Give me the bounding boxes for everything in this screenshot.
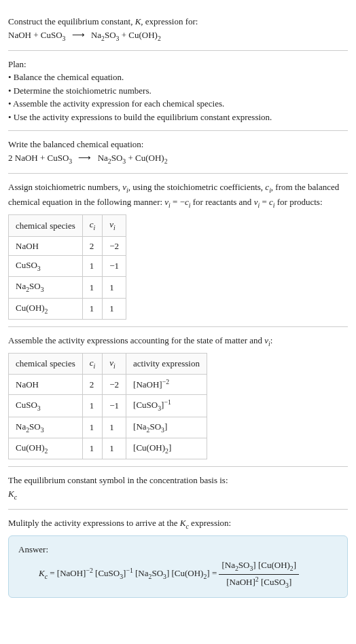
col-c: ci [82,215,103,236]
plan-item: Determine the stoichiometric numbers. [8,84,348,98]
question-line: Construct the equilibrium constant, K, e… [8,15,348,29]
fraction-numerator: [Na2SO3] [Cu(OH)2] [219,558,299,574]
reaction-arrow-icon: ⟶ [74,153,95,163]
answer-label: Answer: [18,543,338,556]
activity-intro: Assemble the activity expressions accoun… [8,334,348,349]
stoich-intro: Assign stoichiometric numbers, νi, using… [8,181,348,210]
activity-table: chemical species ci νi activity expressi… [8,353,207,459]
plan-title: Plan: [8,58,348,71]
activity-section: Assemble the activity expressions accoun… [8,327,348,467]
question-section: Construct the equilibrium constant, K, e… [8,8,348,51]
col-nu: νi [103,215,126,236]
table-row: CuSO3 1 −1 [CuSO3]−1 [9,395,207,417]
plan-list: Balance the chemical equation. Determine… [8,71,348,124]
balanced-title: Write the balanced chemical equation: [8,138,348,151]
plan-section: Plan: Balance the chemical equation. Det… [8,51,348,132]
basis-line: The equilibrium constant symbol in the c… [8,474,348,487]
basis-section: The equilibrium constant symbol in the c… [8,467,348,510]
stoich-table: chemical species ci νi NaOH 2 −2 CuSO3 1… [8,214,126,319]
reaction-arrow-icon: ⟶ [68,30,89,40]
multiply-section: Mulitply the activity expressions to arr… [8,510,348,605]
table-row: Na2SO3 1 1 [Na2SO3] [9,417,207,438]
stoich-section: Assign stoichiometric numbers, νi, using… [8,174,348,327]
question-text-b: , expression for: [141,16,198,26]
question-text: Construct the equilibrium constant, [8,16,135,26]
unbalanced-equation: NaOH + CuSO3 ⟶ Na2SO3 + Cu(OH)2 [8,29,348,43]
plan-item: Use the activity expressions to build th… [8,111,348,124]
table-row: Cu(OH)2 1 1 [Cu(OH)2] [9,438,207,459]
plan-item: Balance the chemical equation. [8,71,348,84]
table-row: CuSO3 1 −1 [9,256,126,277]
col-nu: νi [103,353,126,374]
table-header-row: chemical species ci νi activity expressi… [9,353,207,374]
table-row: Na2SO3 1 1 [9,277,126,298]
table-header-row: chemical species ci νi [9,215,126,236]
multiply-line: Mulitply the activity expressions to arr… [8,516,348,531]
col-c: ci [82,353,103,374]
table-row: NaOH 2 −2 [NaOH]−2 [9,375,207,395]
answer-expression: Kc = [NaOH]−2 [CuSO3]−1 [Na2SO3] [Cu(OH)… [18,556,338,590]
answer-box: Answer: Kc = [NaOH]−2 [CuSO3]−1 [Na2SO3]… [8,535,348,598]
balanced-equation: 2 NaOH + CuSO3 ⟶ Na2SO3 + Cu(OH)2 [8,151,348,166]
kc-symbol: Kc [8,487,348,502]
col-species: chemical species [9,353,83,374]
balanced-section: Write the balanced chemical equation: 2 … [8,131,348,174]
plan-item: Assemble the activity expression for eac… [8,97,348,111]
col-activity: activity expression [126,353,207,374]
table-row: NaOH 2 −2 [9,236,126,256]
col-species: chemical species [9,215,83,236]
fraction: [Na2SO3] [Cu(OH)2] [NaOH]2 [CuSO3] [219,558,299,590]
table-row: Cu(OH)2 1 1 [9,298,126,319]
fraction-denominator: [NaOH]2 [CuSO3] [219,575,299,591]
